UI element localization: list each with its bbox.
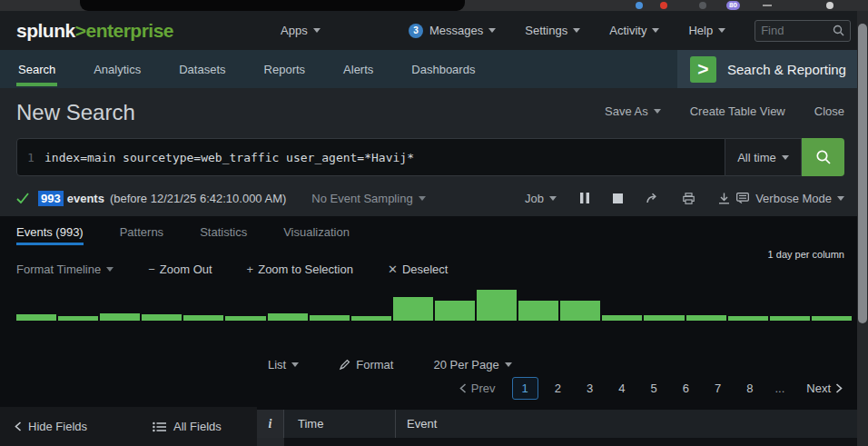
hide-fields-button[interactable]: Hide Fields [15,420,87,433]
format-results-label: Format [356,358,393,372]
search-mode-menu[interactable]: Verbose Mode [736,192,844,205]
settings-menu[interactable]: Settings [525,24,580,37]
histogram-bar[interactable] [812,316,852,321]
stop-job-button[interactable] [613,193,623,203]
event-row-info-cell[interactable] [257,438,284,446]
search-main-panel: New Search Save As Create Table View Clo… [0,88,857,216]
histogram-bar[interactable] [435,301,475,321]
histogram-bar[interactable] [728,316,768,321]
browser-profile-icon[interactable] [826,2,833,9]
export-button[interactable] [718,193,730,204]
create-table-view-button[interactable]: Create Table View [690,104,785,118]
format-timeline-menu[interactable]: Format Timeline [16,263,113,276]
pause-job-button[interactable] [580,193,589,203]
scrollbar-thumb[interactable] [858,24,867,323]
histogram-bar[interactable] [560,301,600,321]
format-results-button[interactable]: Format [339,358,393,372]
histogram-bar[interactable] [16,314,56,321]
page-5[interactable]: 5 [641,378,666,399]
histogram-bar[interactable] [770,316,810,321]
histogram-bar[interactable] [644,315,684,321]
share-job-button[interactable] [646,193,659,203]
histogram-bar[interactable] [393,297,433,321]
tab-label: Patterns [120,225,163,239]
zoom-to-selection-button[interactable]: +Zoom to Selection [247,263,353,276]
search-query-editor[interactable]: 1 index=main sourcetype=web_traffic user… [16,138,725,176]
browser-extension-icon[interactable] [699,2,706,9]
deselect-button[interactable]: ✕Deselect [388,263,448,276]
histogram-bar[interactable] [225,316,265,321]
extension-badge[interactable]: 80 [726,1,740,10]
run-search-button[interactable] [802,138,844,176]
event-sampling-menu[interactable]: No Event Sampling [311,192,425,205]
pause-icon [580,193,589,203]
apps-menu[interactable]: Apps [281,24,321,37]
page-3[interactable]: 3 [577,378,602,399]
app-identity[interactable]: > Search & Reporting [677,50,857,88]
page-4[interactable]: 4 [609,378,634,399]
search-icon [833,25,844,36]
appnav-analytics[interactable]: Analytics [92,50,143,88]
appnav-label: Analytics [94,63,141,76]
page-7[interactable]: 7 [705,378,730,399]
tab-events[interactable]: Events (993) [16,216,84,247]
time-range-picker[interactable]: All time [725,138,802,176]
list-view-menu[interactable]: List [268,358,299,372]
print-button[interactable] [683,193,695,204]
page-1[interactable]: 1 [512,377,538,400]
histogram-bar[interactable] [142,314,182,321]
histogram-bar[interactable] [686,315,726,321]
zoom-out-button[interactable]: −Zoom Out [148,263,212,276]
pencil-icon [339,359,350,371]
help-label: Help [688,24,713,37]
job-menu[interactable]: Job [525,192,557,205]
histogram-bar[interactable] [268,313,308,321]
next-page-button[interactable]: Next [806,382,843,395]
chevron-down-icon [313,28,321,33]
histogram-bar[interactable] [100,313,140,321]
appnav-datasets[interactable]: Datasets [177,50,227,88]
chevron-down-icon [837,196,844,201]
activity-menu[interactable]: Activity [609,24,659,37]
appnav-reports[interactable]: Reports [262,50,308,88]
browser-active-tab[interactable] [80,0,465,11]
browser-menu-icon[interactable] [763,5,772,6]
splunk-enterprise-logo[interactable]: splunk>enterprise [16,20,173,42]
tab-patterns[interactable]: Patterns [120,216,163,247]
page-6[interactable]: 6 [674,378,698,399]
events-word: events [67,192,104,205]
histogram-bar[interactable] [310,315,350,321]
close-button[interactable]: Close [814,104,844,118]
histogram-bar[interactable] [183,315,223,321]
appnav-search[interactable]: Search [16,50,57,88]
prev-page-button[interactable]: Prev [459,382,496,395]
histogram-bar[interactable] [477,290,517,321]
tab-visualization[interactable]: Visualization [283,216,350,247]
search-query-text[interactable]: index=main sourcetype=web_traffic user_a… [44,151,414,164]
find-search-box[interactable] [755,20,851,42]
save-as-button[interactable]: Save As [605,104,661,118]
messages-menu[interactable]: 3 Messages [409,24,496,38]
timeline-histogram[interactable] [16,290,852,321]
histogram-bar[interactable] [58,316,98,321]
tab-statistics[interactable]: Statistics [200,216,247,247]
browser-extension-icon[interactable] [636,2,643,9]
page-2[interactable]: 2 [546,378,570,399]
page-8[interactable]: 8 [737,378,762,399]
activity-label: Activity [609,24,646,37]
per-page-menu[interactable]: 20 Per Page [433,358,511,372]
histogram-bar[interactable] [518,301,558,321]
vertical-scrollbar[interactable] [857,11,868,446]
event-column-header[interactable]: Event [396,410,857,438]
all-fields-button[interactable]: All Fields [153,420,222,433]
app-nav-bar: Search Analytics Datasets Reports Alerts… [0,50,857,88]
time-column-header[interactable]: Time [284,410,396,438]
histogram-bar[interactable] [351,316,391,321]
appnav-dashboards[interactable]: Dashboards [409,50,477,88]
histogram-bar[interactable] [602,315,642,321]
browser-extension-icon[interactable] [660,2,667,9]
find-input[interactable] [761,24,833,37]
help-menu[interactable]: Help [688,24,725,37]
appnav-alerts[interactable]: Alerts [341,50,375,88]
info-column-header[interactable]: i [257,410,284,438]
